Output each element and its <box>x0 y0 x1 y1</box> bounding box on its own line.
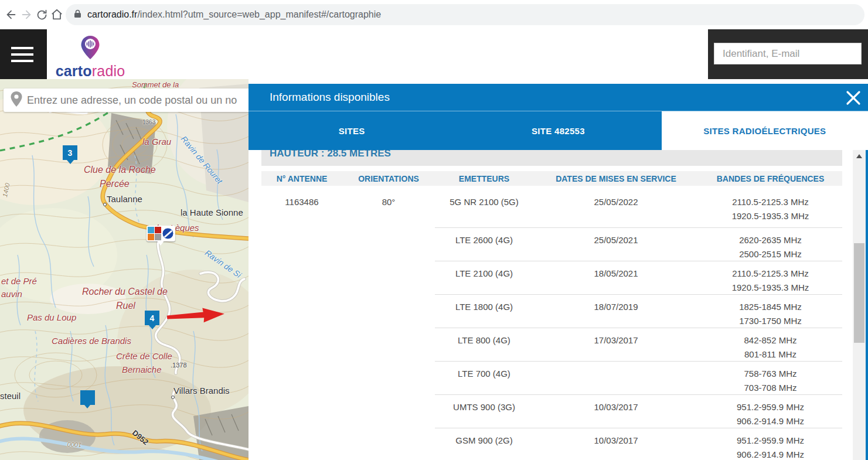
col-header-dates: DATES DE MISES EN SERVICE <box>533 174 699 183</box>
login-panel <box>708 29 868 79</box>
emitter: LTE 800 (4G) <box>435 328 533 362</box>
red-arrow-annotation <box>167 306 226 325</box>
frequency-bands: 2620-2635 MHz2500-2515 MHz <box>699 227 842 261</box>
map-label-pre-2: auvin <box>1 289 22 299</box>
tab-site-482553[interactable]: SITE 482553 <box>455 111 661 150</box>
map-label-pas-du-loup: Pas du Loup <box>27 312 76 322</box>
antenna-table: 1163486 80° 5G NR 2100 (5G) 25/05/2022 2… <box>261 186 842 460</box>
browser-toolbar: cartoradio.fr/index.html?utm_source=web_… <box>0 0 868 29</box>
app-header: cartoradio <box>0 29 868 79</box>
site-marker-selected[interactable] <box>80 390 95 405</box>
hauteur-text: HAUTEUR : 28.5 MÈTRES <box>270 150 842 159</box>
frequency-bands: 2110.5-2125.3 MHz1920.5-1935.3 MHz <box>699 186 842 227</box>
service-date <box>533 361 699 395</box>
map-terrain <box>0 79 249 460</box>
table-row: LTE 1800 (4G) 18/07/2019 1825-1845 MHz17… <box>261 294 842 328</box>
emitter: UMTS 900 (3G) <box>435 394 533 428</box>
map-label-elev-1378: .1378 <box>171 362 187 369</box>
scrollbar-up-icon[interactable] <box>853 150 866 162</box>
hamburger-menu-icon[interactable] <box>0 29 47 79</box>
emitter: LTE 2600 (4G) <box>435 227 533 261</box>
frequency-bands: 2110.5-2125.3 MHz1920.5-1935.3 MHz <box>699 261 842 295</box>
modal-header: Informations disponibles <box>249 84 868 111</box>
col-header-emetteurs: EMETTEURS <box>435 174 533 183</box>
informations-modal: Informations disponibles SITES SITE 4825… <box>249 84 868 460</box>
col-header-orientations: ORIENTATIONS <box>342 174 435 183</box>
map-label-villars: Villars Brandis <box>173 386 230 396</box>
map-canvas[interactable]: Sommet de la la Grau Ravin de Rouret 136… <box>0 79 249 460</box>
tab-sites[interactable]: SITES <box>249 111 455 150</box>
address-search-bar <box>4 88 249 112</box>
col-header-antenne: N° ANTENNE <box>261 174 342 183</box>
map-label-la-grau: la Grau <box>142 137 171 146</box>
antenna-number: 1163486 <box>261 186 342 227</box>
map-label-pre-1: et de Pré <box>1 276 37 286</box>
service-date: 10/03/2017 <box>533 394 699 428</box>
site-marker-4[interactable]: 4 <box>145 311 159 325</box>
table-row: LTE 2600 (4G) 25/05/2021 2620-2635 MHz25… <box>261 227 842 261</box>
cluster-squares-icon <box>148 227 161 240</box>
table-row: LTE 800 (4G) 17/03/2017 842-852 MHz801-8… <box>261 328 842 361</box>
home-icon[interactable] <box>50 8 64 22</box>
scrollbar-thumb[interactable] <box>854 243 864 343</box>
frequency-bands: 842-852 MHz801-811 MHz <box>699 328 842 362</box>
frequency-bands: 758-763 MHz703-708 MHz <box>699 361 842 395</box>
map-label-taulanne: Taulanne <box>107 194 142 204</box>
map-label-steuil: steuil <box>0 391 21 401</box>
table-row: UMTS 900 (3G) 10/03/2017 951.2-959.9 MHz… <box>261 394 842 428</box>
site-cluster-marker[interactable] <box>147 226 175 241</box>
col-header-bandes: BANDES DE FRÉQUENCES <box>699 174 842 183</box>
map-label-cadieres: Cadières de Brandis <box>52 336 131 346</box>
map-label-clue-2: Percée <box>100 179 130 189</box>
cluster-circle-icon <box>162 227 174 240</box>
map-label-crete-2: Bernaiche <box>122 364 162 374</box>
map-label-haute-sionne: la Haute Sionne <box>181 207 243 217</box>
url-text: cartoradio.fr/index.html?utm_source=web_… <box>87 9 381 20</box>
emitter: GSM 900 (2G) <box>435 428 533 460</box>
map-label-rocher-2: Ruel <box>116 301 135 311</box>
emitter: 5G NR 2100 (5G) <box>435 186 533 227</box>
map-label-elev-1363: 1363 <box>142 119 155 125</box>
table-row: LTE 700 (4G) 758-763 MHz703-708 MHz <box>261 361 842 394</box>
service-date: 10/03/2017 <box>533 428 699 460</box>
frequency-bands: 951.2-959.9 MHz906.2-914.9 MHz <box>699 394 842 428</box>
reload-icon[interactable] <box>35 8 49 22</box>
modal-scrollbar[interactable] <box>853 150 866 460</box>
map-label-crete-1: Crête de Colle <box>116 351 172 361</box>
url-bar[interactable]: cartoradio.fr/index.html?utm_source=web_… <box>66 4 864 25</box>
forward-icon[interactable] <box>19 8 33 22</box>
map-label-contour-1000: 1000 <box>67 441 82 448</box>
modal-tabs: SITES SITE 482553 SITES RADIOÉLECTRIQUES <box>249 111 868 150</box>
login-input[interactable] <box>714 43 862 64</box>
service-date: 18/05/2021 <box>533 261 699 295</box>
antenna-orientation: 80° <box>342 186 435 227</box>
table-header-row: N° ANTENNE ORIENTATIONS EMETTEURS DATES … <box>261 171 842 186</box>
modal-content: HAUTEUR : 28.5 MÈTRES N° ANTENNE ORIENTA… <box>249 150 868 460</box>
service-date: 18/07/2019 <box>533 294 699 328</box>
frequency-bands: 1825-1845 MHz1730-1750 MHz <box>699 294 842 328</box>
table-row: LTE 2100 (4G) 18/05/2021 2110.5-2125.3 M… <box>261 261 842 294</box>
cartoradio-logo[interactable]: cartoradio <box>54 35 127 80</box>
emitter: LTE 700 (4G) <box>435 361 533 395</box>
table-row: 1163486 80° 5G NR 2100 (5G) 25/05/2022 2… <box>261 186 842 227</box>
hauteur-bar: HAUTEUR : 28.5 MÈTRES <box>261 150 842 166</box>
lock-icon <box>74 9 81 21</box>
service-date: 25/05/2022 <box>533 186 699 227</box>
site-marker-3[interactable]: 3 <box>63 145 77 160</box>
modal-title: Informations disponibles <box>270 91 390 104</box>
emitter: LTE 2100 (4G) <box>435 261 533 295</box>
frequency-bands: 951.2-959.9 MHz906.2-914.9 MHz <box>699 428 842 460</box>
taulanne-dot <box>103 203 107 206</box>
close-icon[interactable] <box>844 88 863 107</box>
logo-pin-icon <box>80 35 100 60</box>
table-row: GSM 900 (2G) 10/03/2017 951.2-959.9 MHz9… <box>261 428 842 460</box>
tab-sites-radioelectriques[interactable]: SITES RADIOÉLECTRIQUES <box>662 111 868 150</box>
address-search-input[interactable] <box>23 94 249 107</box>
back-icon[interactable] <box>4 8 18 22</box>
map-label-sommet: Sommet de la <box>132 80 179 89</box>
map-pin-icon <box>9 91 23 110</box>
map-label-clue-1: Clue de la Roche <box>84 165 156 175</box>
villars-dot <box>171 396 175 399</box>
emitter: LTE 1800 (4G) <box>435 294 533 328</box>
logo-text: cartoradio <box>54 63 127 80</box>
